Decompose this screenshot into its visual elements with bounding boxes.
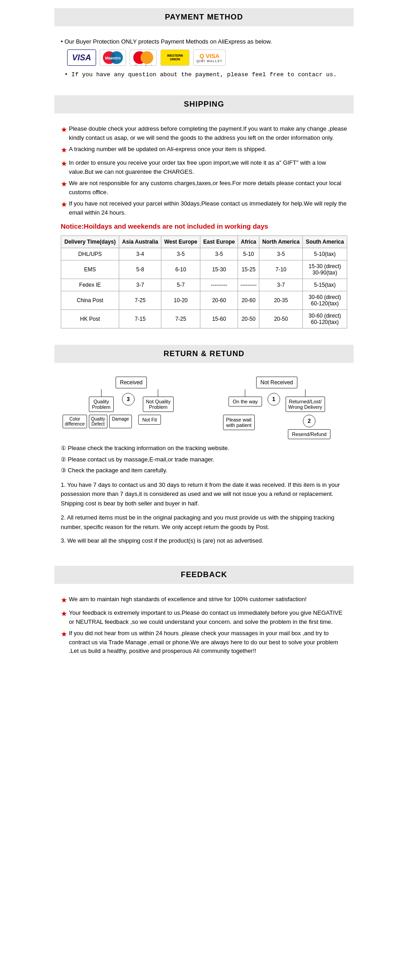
shipping-item-2: ★ A tracking number will be updated on A…: [61, 145, 347, 156]
shipping-cell-2-2: 5-7: [161, 279, 200, 291]
shipping-cell-4-3: 15-60: [200, 310, 238, 328]
shipping-cell-3-5: 20-35: [259, 291, 303, 310]
shipping-cell-0-0: DHL/UPS: [61, 248, 119, 260]
col-header-4: Africa: [238, 236, 259, 248]
quality-defect-box: QualityDefect: [89, 415, 107, 428]
shipping-cell-2-1: 3-7: [119, 279, 161, 291]
payment-note: • If you have any question about the pay…: [61, 71, 347, 78]
return-section: RETURN & RETUND Received QualityProblem …: [54, 345, 354, 558]
shipping-cell-1-3: 15-30: [200, 260, 238, 279]
col-header-3: East Europe: [200, 236, 238, 248]
shipping-cell-2-6: 5-15(tax): [303, 279, 347, 291]
circle-1: 1: [267, 393, 280, 406]
color-difference-box: Colordifference: [63, 415, 87, 428]
shipping-cell-4-6: 30-60 (direct) 60-120(tax): [303, 310, 347, 328]
return-rule-1: 1. You have 7 days to contact us and 30 …: [61, 480, 347, 509]
shipping-cell-4-4: 20-50: [238, 310, 259, 328]
svg-text:MasterCard: MasterCard: [135, 64, 152, 65]
shipping-item-1: ★ Please double check your address befor…: [61, 124, 347, 142]
shipping-cell-4-2: 7-25: [161, 310, 200, 328]
fb-star-2: ★: [61, 608, 67, 619]
circle-3: 3: [122, 393, 135, 406]
star-icon-2: ★: [61, 145, 67, 156]
returned-lost-box: Returned/Lost/Wrong Delivery: [286, 397, 325, 412]
payment-section: PAYMENT METHOD • Our Buyer Protection ON…: [54, 8, 354, 87]
flow-diagram: Received QualityProblem 3 Not QualityPro…: [61, 377, 347, 439]
shipping-cell-1-5: 7-10: [259, 260, 303, 279]
shipping-item-4: ★ We are not responsible for any customs…: [61, 179, 347, 196]
shipping-cell-1-2: 6-10: [161, 260, 200, 279]
return-note-1: ① Please check the tracking information …: [61, 444, 347, 453]
maestro-svg: Maestro: [101, 50, 125, 65]
shipping-cell-0-4: 5-10: [238, 248, 259, 260]
feedback-item-3: ★ If you did not hear from us within 24 …: [61, 629, 347, 656]
feedback-item-1: ★ We aim to maintain high standards of e…: [61, 595, 347, 606]
shipping-cell-1-0: EMS: [61, 260, 119, 279]
shipping-cell-2-4: ---------: [238, 279, 259, 291]
maestro-icon: Maestro: [100, 49, 126, 66]
shipping-section: SHIPPING ★ Please double check your addr…: [54, 95, 354, 337]
shipping-row-1: EMS5-86-1015-3015-257-1015-30 (direct) 3…: [61, 260, 347, 279]
shipping-cell-4-5: 20-50: [259, 310, 303, 328]
circle-2: 2: [303, 415, 316, 427]
not-received-box: Not Received: [256, 377, 297, 388]
col-header-2: West Europe: [161, 236, 200, 248]
shipping-cell-0-2: 3-5: [161, 248, 200, 260]
shipping-cell-3-0: China Post: [61, 291, 119, 310]
payment-icons-row: VISA Maestro MasterCard WESTE: [67, 49, 347, 66]
feedback-item-2: ★ Your feedback is extremely important t…: [61, 608, 347, 626]
fb-star-1: ★: [61, 595, 67, 606]
payment-header: PAYMENT METHOD: [54, 8, 354, 26]
qiwi-icon: Q VISA QIWI WALLET: [193, 49, 226, 66]
col-header-5: North America: [259, 236, 303, 248]
received-box: Received: [116, 377, 146, 388]
shipping-cell-2-0: Fedex IE: [61, 279, 119, 291]
shipping-row-0: DHL/UPS3-43-53-55-103-55-10(tax): [61, 248, 347, 260]
col-header-6: South America: [303, 236, 347, 248]
col-header-0: Delivery Time(days): [61, 236, 119, 248]
feedback-section: FEEDBACK ★ We aim to maintain high stand…: [54, 566, 354, 667]
return-note-3: ③ Check the package and item carefully.: [61, 466, 347, 475]
star-icon-3: ★: [61, 158, 67, 169]
please-wait-box: Please waitwith patient: [223, 415, 255, 430]
shipping-row-2: Fedex IE3-75-7------------------3-75-15(…: [61, 279, 347, 291]
return-rules: 1. You have 7 days to contact us and 30 …: [61, 480, 347, 546]
shipping-cell-1-1: 5-8: [119, 260, 161, 279]
shipping-row-4: HK Post7-157-2515-6020-5020-5030-60 (dir…: [61, 310, 347, 328]
shipping-item-3: ★ In order to ensure you receive your or…: [61, 158, 347, 176]
return-rule-3: 3. We will bear all the shipping cost if…: [61, 536, 347, 546]
star-icon-5: ★: [61, 199, 67, 210]
col-header-1: Asia Australia: [119, 236, 161, 248]
shipping-cell-2-5: 3-7: [259, 279, 303, 291]
shipping-cell-3-6: 30-60 (direct) 60-120(tax): [303, 291, 347, 310]
damage-box: Damage: [109, 415, 132, 428]
western-union-icon: WESTERNUNION: [160, 49, 189, 66]
payment-bullet1: • Our Buyer Protection ONLY protects Pay…: [61, 38, 347, 45]
shipping-cell-1-6: 15-30 (direct) 30-90(tax): [303, 260, 347, 279]
shipping-cell-0-6: 5-10(tax): [303, 248, 347, 260]
shipping-cell-0-5: 3-5: [259, 248, 303, 260]
shipping-row-3: China Post7-2510-2020-6020-6020-3530-60 …: [61, 291, 347, 310]
shipping-cell-4-0: HK Post: [61, 310, 119, 328]
shipping-cell-3-1: 7-25: [119, 291, 161, 310]
fb-star-3: ★: [61, 629, 67, 640]
shipping-cell-1-4: 15-25: [238, 260, 259, 279]
shipping-cell-3-4: 20-60: [238, 291, 259, 310]
shipping-cell-0-3: 3-5: [200, 248, 238, 260]
quality-problem-box: QualityProblem: [89, 397, 114, 412]
shipping-header: SHIPPING: [54, 95, 354, 113]
on-the-way-box: On the way: [228, 397, 262, 407]
return-note-2: ② Please contact us by massage,E-mail,or…: [61, 455, 347, 464]
svg-text:Maestro: Maestro: [105, 56, 121, 60]
flow-right: Not Received On the way 1 Returned/Lost/…: [206, 377, 347, 439]
not-fit-box: Not Fit: [138, 415, 161, 425]
visa-icon: VISA: [67, 49, 96, 66]
shipping-item-5: ★ If you have not received your parcel w…: [61, 199, 347, 217]
resend-refund-box: Resend/Refund: [288, 429, 330, 439]
mastercard-icon: MasterCard: [130, 49, 157, 66]
return-rule-2: 2. All returned items must be in the ori…: [61, 513, 347, 532]
not-quality-problem-box: Not QualityProblem: [143, 397, 174, 412]
shipping-table: Delivery Time(days) Asia Australia West …: [61, 235, 347, 328]
shipping-notice: Notice:Hoildays and weekends are not inc…: [61, 221, 347, 231]
return-header: RETURN & RETUND: [54, 345, 354, 363]
